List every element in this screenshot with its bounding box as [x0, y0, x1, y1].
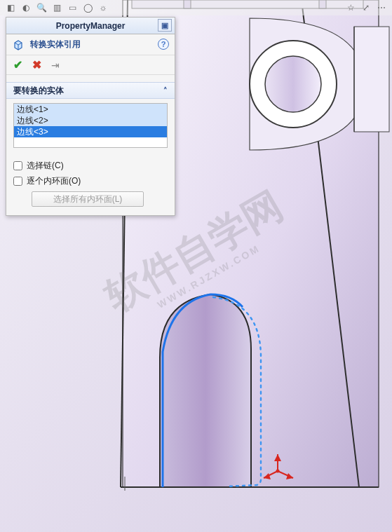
section-title: 要转换的实体 — [13, 85, 64, 97]
svg-rect-5 — [354, 27, 389, 132]
inner-loops-row[interactable]: 逐个内环面(O) — [13, 173, 168, 189]
select-chain-row[interactable]: 选择链(C) — [13, 158, 168, 173]
inner-loops-label: 逐个内环面(O) — [27, 175, 81, 187]
scene-icon[interactable]: ☼ — [97, 1, 109, 14]
bookmark-icon[interactable]: ☆ — [344, 1, 357, 14]
select-chain-label: 选择链(C) — [27, 160, 64, 172]
feature-title-row: 转换实体引用 ? — [6, 34, 175, 55]
panel-header: PropertyManager ▣ — [6, 18, 175, 34]
panel-pin-button[interactable]: ▣ — [158, 19, 172, 32]
svg-point-4 — [265, 56, 321, 112]
list-item[interactable]: 边线<2> — [14, 115, 167, 126]
feature-title: 转换实体引用 — [30, 39, 81, 50]
options-group: 选择链(C) 逐个内环面(O) 选择所有内环面(L) — [6, 154, 175, 215]
list-item[interactable]: 边线<1> — [14, 104, 167, 115]
section-icon[interactable]: ▥ — [50, 1, 63, 14]
property-manager-panel: PropertyManager ▣ 转换实体引用 ? ✔ ✖ ⇥ 要转换的实体 … — [6, 17, 175, 216]
entities-listbox[interactable]: 边线<1> 边线<2> 边线<3> — [13, 103, 168, 148]
convert-entities-icon — [12, 39, 25, 51]
zoom-icon[interactable]: 🔍 — [35, 1, 48, 14]
ok-button[interactable]: ✔ — [13, 58, 22, 71]
display-style-icon[interactable]: ◐ — [20, 1, 32, 14]
entities-section-header[interactable]: 要转换的实体 ˄ — [6, 82, 175, 99]
expand-icon[interactable]: ⤢ — [360, 1, 372, 14]
select-all-inner-button[interactable]: 选择所有内环面(L) — [32, 191, 144, 207]
orientation-icon[interactable]: ◧ — [4, 1, 17, 14]
view-icon[interactable]: ▭ — [66, 1, 79, 14]
help-button[interactable]: ? — [158, 39, 169, 50]
list-item[interactable]: 边线<3> — [14, 126, 167, 137]
appearance-icon[interactable]: ◯ — [81, 1, 94, 14]
confirm-row: ✔ ✖ ⇥ — [6, 55, 175, 75]
viewport-top-toolbar: ◧ ◐ 🔍 ▥ ▭ ◯ ☼ ☆ ⤢ ⋯ — [0, 0, 392, 15]
keep-visible-button[interactable]: ⇥ — [51, 60, 60, 71]
select-chain-checkbox[interactable] — [13, 161, 22, 170]
chevron-up-icon: ˄ — [163, 86, 168, 95]
more-icon[interactable]: ⋯ — [375, 1, 388, 14]
svg-point-14 — [276, 470, 280, 473]
cancel-button[interactable]: ✖ — [32, 58, 41, 71]
panel-title: PropertyManager — [56, 21, 126, 31]
inner-loops-checkbox[interactable] — [13, 177, 22, 186]
